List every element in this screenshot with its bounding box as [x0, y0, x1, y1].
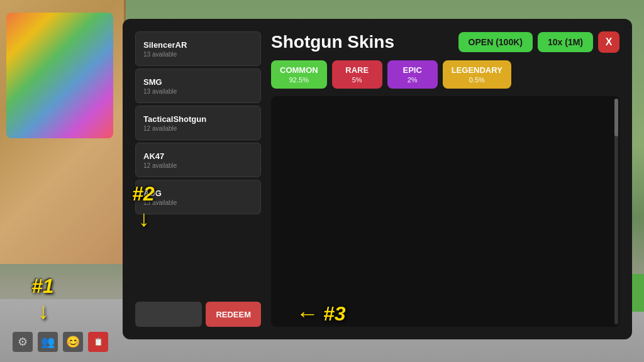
ten-x-button[interactable]: 10x (1M)	[538, 32, 593, 52]
right-panel: Shotgun Skins OPEN (100K) 10x (1M) X COM…	[271, 31, 619, 327]
weapon-item[interactable]: TacticalShotgun 12 available	[135, 106, 261, 140]
scrollbar-track[interactable]	[614, 99, 618, 324]
header-buttons: OPEN (100K) 10x (1M) X	[458, 31, 619, 53]
modal-title: Shotgun Skins	[271, 32, 394, 52]
weapon-list: SilencerAR 13 available SMG 13 available…	[135, 31, 261, 327]
rarity-legendary-badge: LEGENDARY 0.5%	[443, 60, 511, 89]
weapon-item[interactable]: AUG 13 available	[135, 180, 261, 214]
open-button[interactable]: OPEN (100K)	[458, 32, 533, 52]
settings-icon[interactable]: ⚙	[13, 332, 33, 352]
redeem-input[interactable]	[135, 302, 202, 327]
skins-modal: SilencerAR 13 available SMG 13 available…	[123, 19, 632, 339]
weapon-item[interactable]: SilencerAR 13 available	[135, 31, 261, 66]
weapon-item[interactable]: AK47 12 available	[135, 143, 261, 177]
modal-header: Shotgun Skins OPEN (100K) 10x (1M) X	[271, 31, 619, 53]
redeem-bar: REDEEM	[135, 297, 261, 327]
redeem-button[interactable]: REDEEM	[206, 302, 261, 327]
rarity-common-badge: COMMON 92.5%	[271, 60, 327, 89]
scrollbar-thumb[interactable]	[614, 99, 618, 136]
weapon-item[interactable]: SMG 13 available	[135, 69, 261, 103]
wall-left	[0, 0, 126, 264]
rarity-epic-badge: EPIC 2%	[387, 60, 438, 89]
profile-icon[interactable]: 😊	[63, 332, 83, 352]
rarity-rare-badge: RARE 5%	[332, 60, 382, 89]
graffiti-art	[6, 13, 113, 138]
guide-icon[interactable]: 📋	[88, 332, 108, 352]
skins-content-area	[271, 96, 619, 327]
close-button[interactable]: X	[598, 31, 619, 53]
rarity-row: COMMON 92.5% RARE 5% EPIC 2% LEGENDARY 0…	[271, 60, 619, 89]
hud-icons: ⚙ 👥 😊 📋	[13, 332, 108, 352]
players-icon[interactable]: 👥	[38, 332, 58, 352]
